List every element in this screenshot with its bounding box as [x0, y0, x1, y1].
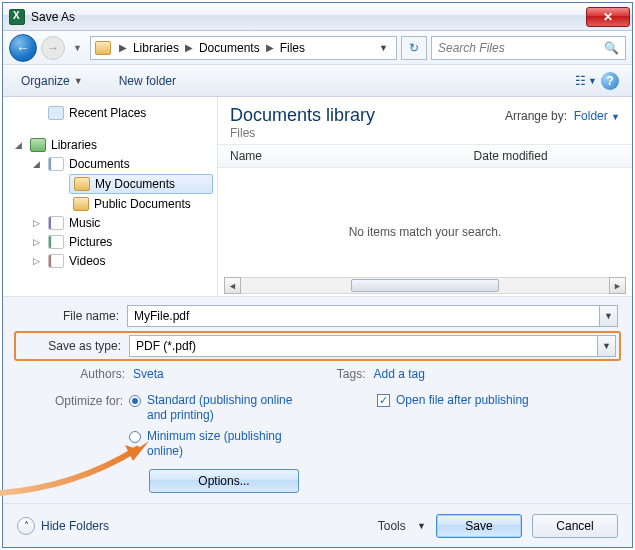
authors-label: Authors: [17, 367, 127, 381]
organize-menu[interactable]: Organize▼ [13, 70, 91, 92]
new-folder-button[interactable]: New folder [111, 70, 184, 92]
tree-recent-places[interactable]: Recent Places [29, 104, 213, 122]
library-subtitle: Files [230, 126, 505, 140]
breadcrumb-libraries[interactable]: Libraries [133, 41, 179, 55]
back-button[interactable]: ← [9, 34, 37, 62]
cancel-button[interactable]: Cancel [532, 514, 618, 538]
pictures-icon [48, 235, 64, 249]
form-area: File name: MyFile.pdf ▼ Save as type: PD… [3, 296, 632, 503]
scroll-left-button[interactable]: ◄ [224, 277, 241, 294]
music-icon [48, 216, 64, 230]
filename-dropdown[interactable]: ▼ [599, 306, 617, 326]
breadcrumb-files[interactable]: Files [280, 41, 305, 55]
window-title: Save As [31, 10, 586, 24]
search-input[interactable]: Search Files 🔍 [431, 36, 626, 60]
tree-public-documents[interactable]: Public Documents [69, 195, 213, 213]
filename-input[interactable]: MyFile.pdf ▼ [127, 305, 618, 327]
column-headers: Name Date modified [218, 144, 632, 168]
address-bar[interactable]: ▶ Libraries ▶ Documents ▶ Files ▼ [90, 36, 397, 60]
chevron-up-icon: ˄ [17, 517, 35, 535]
file-list-area: No items match your search. ◄ ► [218, 168, 632, 296]
close-button[interactable]: ✕ [586, 7, 630, 27]
recent-places-icon [48, 106, 64, 120]
tree-documents[interactable]: ◢ Documents [29, 155, 213, 173]
radio-icon [129, 431, 141, 443]
libraries-icon [30, 138, 46, 152]
chevron-right-icon[interactable]: ▶ [115, 42, 131, 53]
folder-icon [73, 197, 89, 211]
refresh-button[interactable]: ↻ [401, 36, 427, 60]
options-button[interactable]: Options... [149, 469, 299, 493]
tags-value[interactable]: Add a tag [374, 367, 425, 381]
search-icon: 🔍 [604, 41, 619, 55]
documents-icon [48, 157, 64, 171]
command-toolbar: Organize▼ New folder ☷ ▼ ? [3, 65, 632, 97]
tags-label: Tags: [318, 367, 368, 381]
tree-music[interactable]: ▷ Music [29, 214, 213, 232]
highlight-save-as-type: Save as type: PDF (*.pdf) ▼ [14, 331, 621, 361]
videos-icon [48, 254, 64, 268]
chevron-right-icon[interactable]: ▶ [181, 42, 197, 53]
search-placeholder: Search Files [438, 41, 505, 55]
navigation-pane: Recent Places ◢ Libraries ◢ Documents My… [3, 97, 218, 296]
folder-icon [95, 41, 111, 55]
title-bar: Save As ✕ [3, 3, 632, 31]
scrollbar-thumb[interactable] [351, 279, 498, 292]
body-area: Recent Places ◢ Libraries ◢ Documents My… [3, 97, 632, 296]
library-header: Documents library Files Arrange by: Fold… [218, 97, 632, 144]
save-button[interactable]: Save [436, 514, 522, 538]
radio-icon [129, 395, 141, 407]
optimize-label: Optimize for: [41, 393, 129, 459]
savetype-dropdown[interactable]: PDF (*.pdf) ▼ [129, 335, 616, 357]
hide-folders-button[interactable]: ˄ Hide Folders [17, 517, 109, 535]
radio-standard[interactable]: Standard (publishing online and printing… [129, 393, 307, 423]
breadcrumb-documents[interactable]: Documents [199, 41, 260, 55]
savetype-label: Save as type: [19, 339, 129, 353]
view-options-button[interactable]: ☷ ▼ [574, 70, 598, 92]
checkbox-icon: ✓ [377, 394, 390, 407]
folder-icon [74, 177, 90, 191]
tree-libraries[interactable]: ◢ Libraries [7, 136, 213, 154]
radio-minimum[interactable]: Minimum size (publishing online) [129, 429, 307, 459]
filename-label: File name: [17, 309, 127, 323]
empty-message: No items match your search. [349, 225, 502, 239]
nav-bar: ← → ▼ ▶ Libraries ▶ Documents ▶ Files ▼ … [3, 31, 632, 65]
tree-videos[interactable]: ▷ Videos [29, 252, 213, 270]
column-date-modified[interactable]: Date modified [462, 145, 632, 167]
help-button[interactable]: ? [598, 70, 622, 92]
library-title: Documents library [230, 105, 505, 126]
dialog-footer: ˄ Hide Folders Tools ▼ Save Cancel [3, 503, 632, 547]
tree-my-documents[interactable]: My Documents [69, 174, 213, 194]
horizontal-scrollbar[interactable]: ◄ ► [224, 277, 626, 294]
arrange-by-menu[interactable]: Arrange by: Folder ▼ [505, 105, 620, 140]
checkbox-open-after[interactable]: ✓ Open file after publishing [377, 393, 529, 408]
column-name[interactable]: Name [218, 145, 462, 167]
content-pane: Documents library Files Arrange by: Fold… [218, 97, 632, 296]
forward-button: → [41, 36, 65, 60]
scroll-right-button[interactable]: ► [609, 277, 626, 294]
excel-app-icon [9, 9, 25, 25]
chevron-right-icon[interactable]: ▶ [262, 42, 278, 53]
savetype-dropdown-button[interactable]: ▼ [597, 336, 615, 356]
authors-value[interactable]: Sveta [133, 367, 164, 381]
recent-locations-dropdown[interactable]: ▼ [73, 43, 82, 53]
tools-menu[interactable]: Tools ▼ [378, 519, 426, 533]
save-as-dialog: Save As ✕ ← → ▼ ▶ Libraries ▶ Documents … [2, 2, 633, 548]
tree-pictures[interactable]: ▷ Pictures [29, 233, 213, 251]
